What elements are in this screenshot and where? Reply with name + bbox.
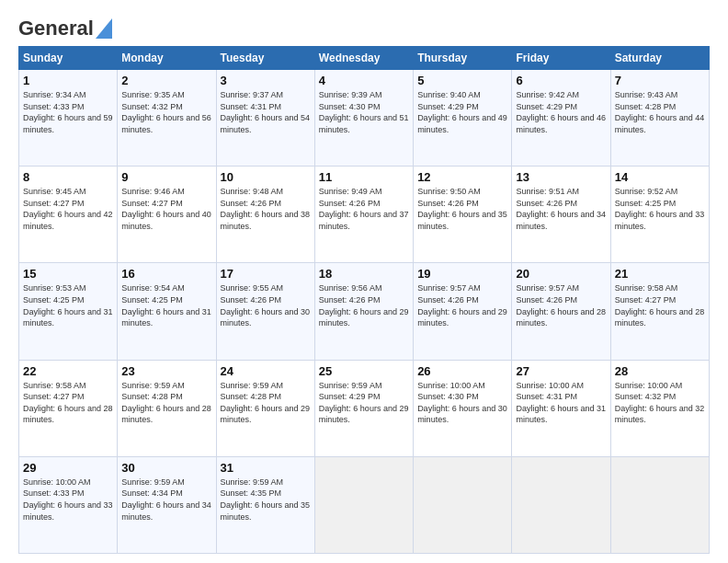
day-number: 21 bbox=[615, 267, 705, 281]
table-row: 7Sunrise: 9:43 AMSunset: 4:28 PMDaylight… bbox=[610, 70, 709, 167]
col-saturday: Saturday bbox=[610, 47, 709, 70]
logo: General bbox=[18, 17, 112, 37]
cell-info: Sunrise: 9:48 AMSunset: 4:26 PMDaylight:… bbox=[221, 186, 311, 232]
cell-info: Sunrise: 9:39 AMSunset: 4:30 PMDaylight:… bbox=[319, 89, 409, 135]
cell-info: Sunrise: 9:55 AMSunset: 4:26 PMDaylight:… bbox=[221, 282, 311, 328]
col-monday: Monday bbox=[118, 47, 216, 70]
col-sunday: Sunday bbox=[19, 47, 118, 70]
table-row: 23Sunrise: 9:59 AMSunset: 4:28 PMDayligh… bbox=[118, 360, 216, 456]
page: General Sunday Monday Tuesday Wednesday … bbox=[0, 0, 728, 563]
table-row: 13Sunrise: 9:51 AMSunset: 4:26 PMDayligh… bbox=[512, 167, 610, 263]
cell-info: Sunrise: 9:54 AMSunset: 4:25 PMDaylight:… bbox=[121, 282, 211, 328]
cell-info: Sunrise: 10:00 AMSunset: 4:33 PMDaylight… bbox=[23, 477, 113, 523]
calendar-body: 1Sunrise: 9:34 AMSunset: 4:33 PMDaylight… bbox=[19, 70, 710, 554]
table-row: 14Sunrise: 9:52 AMSunset: 4:25 PMDayligh… bbox=[610, 167, 709, 263]
col-friday: Friday bbox=[512, 47, 610, 70]
cell-info: Sunrise: 9:50 AMSunset: 4:26 PMDaylight:… bbox=[417, 186, 507, 232]
cell-info: Sunrise: 9:37 AMSunset: 4:31 PMDaylight:… bbox=[221, 89, 311, 135]
table-row: 2Sunrise: 9:35 AMSunset: 4:32 PMDaylight… bbox=[118, 70, 216, 167]
cell-info: Sunrise: 10:00 AMSunset: 4:31 PMDaylight… bbox=[516, 380, 606, 426]
day-number: 13 bbox=[516, 170, 606, 184]
logo-triangle-icon bbox=[96, 18, 112, 39]
day-number: 16 bbox=[121, 267, 211, 281]
table-row: 27Sunrise: 10:00 AMSunset: 4:31 PMDaylig… bbox=[512, 360, 610, 456]
day-number: 18 bbox=[319, 267, 409, 281]
table-row: 18Sunrise: 9:56 AMSunset: 4:26 PMDayligh… bbox=[314, 263, 413, 360]
table-row: 30Sunrise: 9:59 AMSunset: 4:34 PMDayligh… bbox=[118, 456, 216, 553]
table-row: 9Sunrise: 9:46 AMSunset: 4:27 PMDaylight… bbox=[118, 167, 216, 263]
cell-info: Sunrise: 9:46 AMSunset: 4:27 PMDaylight:… bbox=[121, 186, 211, 232]
cell-info: Sunrise: 9:58 AMSunset: 4:27 PMDaylight:… bbox=[23, 380, 113, 426]
table-row: 16Sunrise: 9:54 AMSunset: 4:25 PMDayligh… bbox=[118, 263, 216, 360]
table-row: 21Sunrise: 9:58 AMSunset: 4:27 PMDayligh… bbox=[610, 263, 709, 360]
table-row: 19Sunrise: 9:57 AMSunset: 4:26 PMDayligh… bbox=[414, 263, 512, 360]
table-row: 1Sunrise: 9:34 AMSunset: 4:33 PMDaylight… bbox=[19, 70, 118, 167]
day-number: 5 bbox=[417, 74, 507, 87]
col-thursday: Thursday bbox=[414, 47, 512, 70]
col-tuesday: Tuesday bbox=[216, 47, 314, 70]
calendar-table: Sunday Monday Tuesday Wednesday Thursday… bbox=[18, 46, 710, 554]
table-row: 4Sunrise: 9:39 AMSunset: 4:30 PMDaylight… bbox=[314, 70, 413, 167]
col-wednesday: Wednesday bbox=[314, 47, 413, 70]
table-row: 17Sunrise: 9:55 AMSunset: 4:26 PMDayligh… bbox=[216, 263, 314, 360]
day-number: 14 bbox=[615, 170, 705, 184]
table-row: 29Sunrise: 10:00 AMSunset: 4:33 PMDaylig… bbox=[19, 456, 118, 553]
day-number: 24 bbox=[221, 364, 311, 378]
table-row: 25Sunrise: 9:59 AMSunset: 4:29 PMDayligh… bbox=[314, 360, 413, 456]
day-number: 15 bbox=[23, 267, 113, 281]
cell-info: Sunrise: 9:51 AMSunset: 4:26 PMDaylight:… bbox=[516, 186, 606, 232]
table-row: 31Sunrise: 9:59 AMSunset: 4:35 PMDayligh… bbox=[216, 456, 314, 553]
table-row: 10Sunrise: 9:48 AMSunset: 4:26 PMDayligh… bbox=[216, 167, 314, 263]
day-number: 28 bbox=[615, 364, 705, 378]
day-number: 7 bbox=[615, 74, 705, 87]
table-row: 5Sunrise: 9:40 AMSunset: 4:29 PMDaylight… bbox=[414, 70, 512, 167]
cell-info: Sunrise: 9:59 AMSunset: 4:35 PMDaylight:… bbox=[221, 477, 311, 523]
day-number: 25 bbox=[319, 364, 409, 378]
table-row bbox=[610, 456, 709, 553]
cell-info: Sunrise: 9:45 AMSunset: 4:27 PMDaylight:… bbox=[23, 186, 113, 232]
day-number: 19 bbox=[417, 267, 507, 281]
day-number: 10 bbox=[221, 170, 311, 184]
day-number: 6 bbox=[516, 74, 606, 87]
svg-marker-0 bbox=[96, 18, 112, 39]
table-row: 26Sunrise: 10:00 AMSunset: 4:30 PMDaylig… bbox=[414, 360, 512, 456]
table-row: 24Sunrise: 9:59 AMSunset: 4:28 PMDayligh… bbox=[216, 360, 314, 456]
cell-info: Sunrise: 10:00 AMSunset: 4:32 PMDaylight… bbox=[615, 380, 705, 426]
cell-info: Sunrise: 9:59 AMSunset: 4:28 PMDaylight:… bbox=[121, 380, 211, 426]
day-number: 22 bbox=[23, 364, 113, 378]
logo-general: General bbox=[18, 17, 94, 40]
cell-info: Sunrise: 9:57 AMSunset: 4:26 PMDaylight:… bbox=[516, 282, 606, 328]
table-row: 22Sunrise: 9:58 AMSunset: 4:27 PMDayligh… bbox=[19, 360, 118, 456]
day-number: 26 bbox=[417, 364, 507, 378]
cell-info: Sunrise: 9:59 AMSunset: 4:28 PMDaylight:… bbox=[221, 380, 311, 426]
day-number: 2 bbox=[121, 74, 211, 87]
cell-info: Sunrise: 9:34 AMSunset: 4:33 PMDaylight:… bbox=[23, 89, 113, 135]
day-number: 3 bbox=[221, 74, 311, 87]
cell-info: Sunrise: 9:43 AMSunset: 4:28 PMDaylight:… bbox=[615, 89, 705, 135]
cell-info: Sunrise: 9:40 AMSunset: 4:29 PMDaylight:… bbox=[417, 89, 507, 135]
cell-info: Sunrise: 9:35 AMSunset: 4:32 PMDaylight:… bbox=[121, 89, 211, 135]
header: General bbox=[18, 17, 710, 37]
cell-info: Sunrise: 9:56 AMSunset: 4:26 PMDaylight:… bbox=[319, 282, 409, 328]
calendar-header: Sunday Monday Tuesday Wednesday Thursday… bbox=[19, 47, 710, 70]
day-number: 1 bbox=[23, 74, 113, 87]
day-number: 11 bbox=[319, 170, 409, 184]
table-row: 6Sunrise: 9:42 AMSunset: 4:29 PMDaylight… bbox=[512, 70, 610, 167]
table-row bbox=[314, 456, 413, 553]
cell-info: Sunrise: 9:58 AMSunset: 4:27 PMDaylight:… bbox=[615, 282, 705, 328]
table-row: 12Sunrise: 9:50 AMSunset: 4:26 PMDayligh… bbox=[414, 167, 512, 263]
cell-info: Sunrise: 9:52 AMSunset: 4:25 PMDaylight:… bbox=[615, 186, 705, 232]
cell-info: Sunrise: 9:59 AMSunset: 4:34 PMDaylight:… bbox=[121, 477, 211, 523]
cell-info: Sunrise: 9:57 AMSunset: 4:26 PMDaylight:… bbox=[417, 282, 507, 328]
day-number: 9 bbox=[121, 170, 211, 184]
day-number: 4 bbox=[319, 74, 409, 87]
cell-info: Sunrise: 9:42 AMSunset: 4:29 PMDaylight:… bbox=[516, 89, 606, 135]
cell-info: Sunrise: 9:49 AMSunset: 4:26 PMDaylight:… bbox=[319, 186, 409, 232]
day-number: 30 bbox=[121, 461, 211, 475]
table-row: 3Sunrise: 9:37 AMSunset: 4:31 PMDaylight… bbox=[216, 70, 314, 167]
table-row bbox=[414, 456, 512, 553]
table-row: 8Sunrise: 9:45 AMSunset: 4:27 PMDaylight… bbox=[19, 167, 118, 263]
table-row: 28Sunrise: 10:00 AMSunset: 4:32 PMDaylig… bbox=[610, 360, 709, 456]
day-number: 27 bbox=[516, 364, 606, 378]
day-number: 23 bbox=[121, 364, 211, 378]
